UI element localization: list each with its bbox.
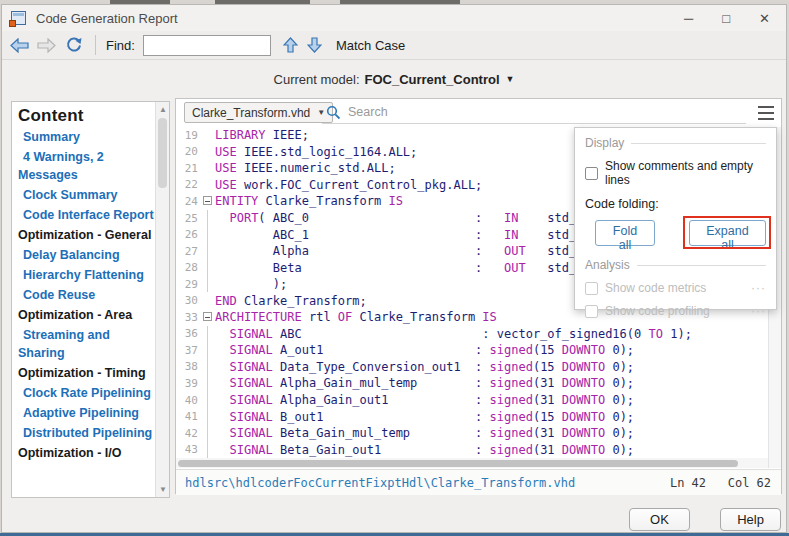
search-input[interactable]: [348, 105, 746, 119]
code-line: SIGNAL Data_Type_Conversion_out1 : signe…: [215, 360, 634, 374]
ok-button[interactable]: OK: [629, 508, 690, 531]
fold-gutter: [201, 408, 215, 425]
fold-gutter: [201, 243, 215, 260]
panel-menu-icon[interactable]: [758, 106, 774, 120]
code-generation-report-window: Code Generation Report ─ □ ✕ Find: Match…: [1, 4, 787, 533]
current-model-prefix: Current model:: [274, 72, 360, 87]
file-selector-dropdown[interactable]: Clarke_Transform.vhd ▼: [184, 102, 333, 123]
col-label: Col: [728, 476, 750, 490]
line-number: 29: [176, 278, 201, 291]
sidebar-section-header: Optimization - Timing: [18, 364, 154, 382]
current-model-name: FOC_Current_Control: [365, 72, 500, 87]
file-selector-value: Clarke_Transform.vhd: [192, 106, 310, 120]
sidebar-item[interactable]: Hierarchy Flattening: [18, 266, 154, 284]
fold-gutter: [201, 259, 215, 276]
code-line: USE IEEE.std_logic_1164.ALL;: [215, 145, 417, 159]
sidebar-item[interactable]: Delay Balancing: [18, 246, 154, 264]
find-previous-icon[interactable]: [283, 37, 298, 53]
refresh-icon[interactable]: [64, 37, 83, 53]
fold-gutter: [201, 375, 215, 392]
horizontal-scrollbar[interactable]: [176, 458, 768, 468]
app-icon: [11, 11, 26, 25]
current-model-bar[interactable]: Current model: FOC_Current_Control ▼: [2, 60, 786, 98]
show-profiling-label: Show code profiling: [605, 304, 710, 318]
match-case-toggle[interactable]: Match Case: [336, 38, 405, 53]
sidebar-section-header: Optimization - General: [18, 226, 154, 244]
sidebar-section-header: Optimization - I/O: [18, 444, 154, 462]
line-number: 37: [176, 344, 201, 357]
scrollbar-thumb[interactable]: [158, 118, 167, 188]
sidebar-item[interactable]: Clock Summary: [18, 186, 154, 204]
find-next-icon[interactable]: [307, 37, 322, 53]
fold-collapse-icon[interactable]: [203, 312, 212, 321]
fold-gutter: [201, 441, 215, 458]
minimize-icon[interactable]: ─: [684, 11, 693, 26]
line-number: 39: [176, 377, 201, 390]
line-number: 43: [176, 443, 201, 456]
code-line: SIGNAL B_out1 : signed(15 DOWNTO 0);: [215, 410, 634, 424]
sidebar-item[interactable]: Adaptive Pipelining: [18, 404, 154, 422]
line-number: 27: [176, 245, 201, 258]
content-sidebar: ContentSummary4 Warnings, 2 MessagesCloc…: [11, 101, 170, 498]
maximize-icon[interactable]: □: [722, 11, 730, 26]
find-label: Find:: [106, 38, 135, 53]
sidebar-scrollbar[interactable]: ▲ ▼: [155, 102, 169, 497]
code-line: SIGNAL A_out1 : signed(15 DOWNTO 0);: [215, 343, 634, 357]
code-line: END Clarke_Transform;: [215, 294, 367, 308]
line-number: 41: [176, 410, 201, 423]
fold-gutter: [201, 193, 215, 210]
line-number: 24: [176, 195, 201, 208]
show-metrics-label: Show code metrics: [605, 281, 706, 295]
sidebar-item[interactable]: Code Reuse: [18, 286, 154, 304]
find-input[interactable]: [143, 35, 271, 56]
fold-collapse-icon[interactable]: [203, 196, 212, 205]
scroll-down-icon[interactable]: ▼: [156, 485, 170, 494]
show-metrics-checkbox: [585, 282, 598, 295]
back-icon[interactable]: [10, 38, 29, 53]
model-dropdown-icon[interactable]: ▼: [506, 74, 515, 84]
sidebar-item[interactable]: Distributed Pipelining: [18, 424, 154, 442]
fold-gutter: [201, 226, 215, 243]
show-comments-checkbox[interactable]: [585, 167, 598, 180]
sidebar-item[interactable]: 4 Warnings, 2 Messages: [18, 148, 154, 184]
expand-all-button[interactable]: Expand all: [689, 220, 766, 246]
sidebar-section-header: Optimization - Area: [18, 306, 154, 324]
col-value: 62: [757, 476, 771, 490]
fold-gutter: [201, 359, 215, 376]
help-button[interactable]: Help: [720, 508, 781, 531]
code-folding-label: Code folding:: [585, 197, 766, 211]
code-search-field: [322, 101, 746, 124]
line-number: 19: [176, 129, 201, 142]
show-comments-label: Show comments and empty lines: [605, 159, 766, 187]
find-toolbar: Find: Match Case: [2, 31, 786, 60]
title-bar: Code Generation Report ─ □ ✕: [2, 5, 786, 31]
line-label: Ln: [670, 476, 684, 490]
hscroll-thumb[interactable]: [178, 460, 738, 467]
line-number: 42: [176, 427, 201, 440]
display-options-popup: Display Show comments and empty lines Co…: [574, 127, 777, 310]
code-line: );: [215, 277, 287, 291]
line-number: 36: [176, 327, 201, 340]
fold-gutter: [201, 425, 215, 442]
sidebar-item[interactable]: Streaming and Sharing: [18, 326, 154, 362]
fold-gutter: [201, 144, 215, 161]
file-path[interactable]: hdlsrc\hdlcoderFocCurrentFixptHdl\Clarke…: [185, 476, 575, 490]
analysis-section-header: Analysis: [585, 258, 766, 272]
code-line: SIGNAL Beta_Gain_out1 : signed(31 DOWNTO…: [215, 443, 634, 457]
fold-gutter: [201, 160, 215, 177]
scroll-up-icon[interactable]: ▲: [156, 105, 170, 114]
line-number: 28: [176, 261, 201, 274]
line-number: 22: [176, 178, 201, 191]
fold-gutter: [201, 326, 215, 343]
sidebar-item[interactable]: Code Interface Report: [18, 206, 154, 224]
fold-all-button[interactable]: Fold all: [595, 220, 655, 246]
line-number: 30: [176, 294, 201, 307]
close-icon[interactable]: ✕: [759, 11, 770, 26]
fold-gutter: [201, 309, 215, 326]
line-number: 26: [176, 228, 201, 241]
sidebar-item[interactable]: Clock Rate Pipelining: [18, 384, 154, 402]
analysis-label: Analysis: [585, 258, 630, 272]
fold-gutter: [201, 292, 215, 309]
sidebar-item[interactable]: Summary: [18, 128, 154, 146]
toolbar-separator: [95, 35, 96, 55]
